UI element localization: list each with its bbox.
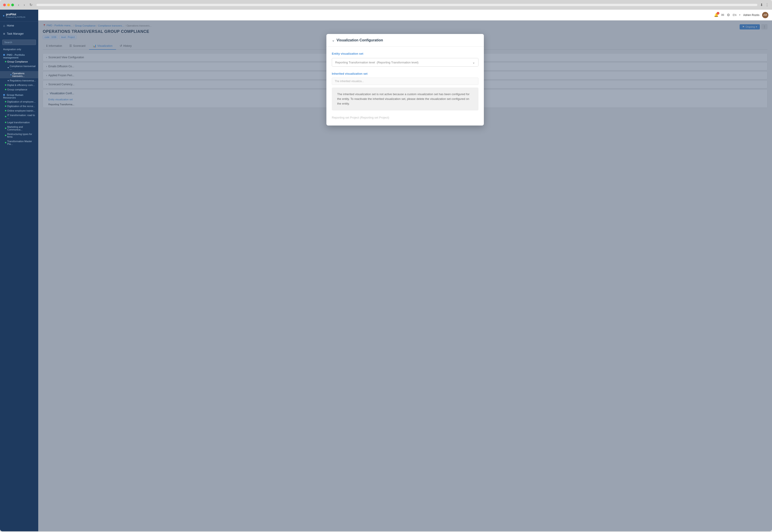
sidebar-item-group-compliance[interactable]: Group Compliance [0,59,38,64]
sidebar-item-restructuring[interactable]: Restructuring types for firms [0,132,38,139]
user-avatar[interactable]: AR [762,12,768,18]
browser-actions: ⬇ ⋮ [760,3,769,7]
sidebar-item-legal[interactable]: Legal transformation [0,120,38,125]
search-input[interactable] [2,40,36,45]
modal-header: ⌄ Visualization Configuration [326,34,484,47]
home-icon: ⌂ [3,24,5,27]
modal-body: Entity visualization set Reporting Trans… [326,47,484,126]
task-icon: ≡ [3,32,5,36]
sidebar-item-digitization-emp[interactable]: Digitization of employee... [0,99,38,104]
pmo-dot [3,54,5,56]
operations-dot [10,74,11,75]
sidebar-item-regulatory[interactable]: Regulatory transversa... [0,78,38,83]
settings-icon[interactable]: ⚙ [727,13,730,17]
sidebar-item-home[interactable]: ⌂ Home [0,22,38,30]
top-bar: 🔔 1 ✉ ⚙ EN ▾ Adrien Rozès AR [38,10,772,20]
top-bar-right: 🔔 1 ✉ ⚙ EN ▾ Adrien Rozès AR [714,12,768,18]
close-dot[interactable] [3,4,6,6]
lang-selector[interactable]: EN [733,13,736,17]
app-sub: Powered by FATELIN [6,16,25,18]
inherited-viz-label: Inherited visualization set [332,72,478,75]
app-name: proPilot [6,13,25,16]
app-wrapper: ● proPilot Powered by FATELIN ⌂ Home ≡ T… [0,10,772,531]
forward-button[interactable]: › [22,2,26,7]
transformation-dot [5,142,6,143]
legal-dot [5,122,6,123]
user-name: Adrien Rozès [743,13,759,17]
sidebar-scroll: ⌂ Home ≡ Task Manager Assignation only P… [0,22,38,531]
sidebar-item-digitization-rec[interactable]: Digitization of the recrui... [0,104,38,108]
main-content: 🔔 1 ✉ ⚙ EN ▾ Adrien Rozès AR 📍 PMO - Por… [38,10,772,531]
page-content: 📍 PMO - Portfolio mana... / Group Compli… [38,20,772,531]
modal-chevron-icon: ⌄ [332,38,335,42]
digital-dot [5,84,6,86]
modal-overlay[interactable]: ⌄ Visualization Configuration Entity vis… [38,20,772,531]
compliance-dot [8,67,9,68]
mail-icon[interactable]: ✉ [721,13,724,17]
inherited-input: The inherited visualiza... [332,78,478,85]
dropdown-value: Reporting Transformation level (Reportin… [335,61,418,64]
sidebar-item-online-training[interactable]: Online employee trainin... [0,108,38,113]
maximize-dot[interactable] [11,4,14,6]
restructuring-dot [5,135,6,136]
notification-icon[interactable]: 🔔 1 [714,13,718,17]
sidebar-home-label: Home [7,24,14,27]
browser-nav: ‹ › ↻ [17,2,34,7]
modal-title: Visualization Configuration [337,38,383,42]
sidebar-logo: ● proPilot Powered by FATELIN [0,10,38,22]
group-compliance-dot [5,61,6,62]
inherited-notice: The inherited visualization set is not a… [332,88,478,110]
sidebar-item-compliance-transversal[interactable]: Compliance transversal ... [0,64,38,71]
menu-button[interactable]: ⋮ [765,3,769,7]
back-button[interactable]: ‹ [17,2,20,7]
dropdown-chevron-icon: ⌄ [472,61,475,64]
regulatory-dot [8,80,9,81]
sidebar-item-group-compliance-2[interactable]: Group compliance [0,87,38,92]
minimize-dot[interactable] [7,4,10,6]
sidebar-item-assignation[interactable]: Assignation only [0,47,38,52]
hr-dot [3,94,5,96]
sidebar: ● proPilot Powered by FATELIN ⌂ Home ≡ T… [0,10,38,531]
visualization-config-modal: ⌄ Visualization Configuration Entity vis… [326,34,484,126]
group-compliance-2-dot [5,89,6,90]
inherited-section: Inherited visualization set The inherite… [332,72,478,120]
sidebar-item-digital-efficiency[interactable]: Digital & efficiency com... [0,83,38,87]
sidebar-item-marketing[interactable]: Marketing and Communica... [0,125,38,132]
sidebar-item-task-manager[interactable]: ≡ Task Manager [0,30,38,38]
dig-rec-dot [5,106,6,107]
entity-viz-label: Entity visualization set [332,52,478,55]
reporting-set: Reporting set Project (Reporting set Pro… [332,115,478,120]
marketing-dot [5,128,6,129]
hr-group-label: Group Human Resources [0,92,38,99]
browser-chrome: ‹ › ↻ ⬇ ⋮ [0,0,772,10]
sidebar-item-it-transformation[interactable]: IT transformation: road to ... [0,113,38,120]
browser-dots [3,4,14,6]
download-button[interactable]: ⬇ [760,3,763,7]
sidebar-item-operations-transvers[interactable]: Operations transvers... [0,71,38,78]
sidebar-item-transformation-master[interactable]: Transformation Master Pla... [0,139,38,146]
it-dot [5,116,6,117]
dig-emp-dot [5,101,6,102]
url-bar[interactable] [36,4,757,6]
entity-viz-dropdown[interactable]: Reporting Transformation level (Reportin… [332,58,478,67]
refresh-button[interactable]: ↻ [28,2,34,7]
notification-badge: 1 [717,12,719,15]
online-dot [5,110,6,111]
sidebar-task-label: Task Manager [7,32,24,35]
pmo-group-label: PMO - Portfolio management [0,52,38,59]
logo-icon: ● [3,14,4,17]
